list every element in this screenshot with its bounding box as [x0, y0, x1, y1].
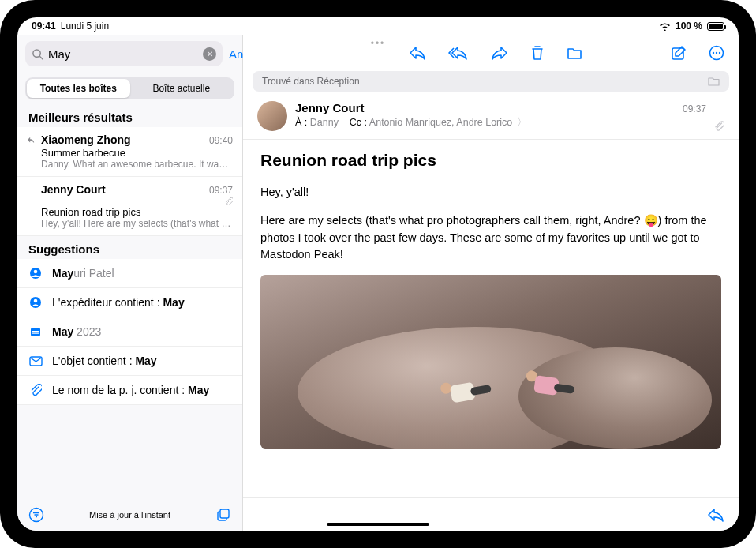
result-item[interactable]: Jenny Court 09:37 Reunion road trip pics… [17, 177, 242, 236]
to-value: Danny [310, 117, 339, 128]
svg-point-21 [719, 52, 720, 54]
message-paragraph: Here are my selects (that's what pro pho… [260, 212, 721, 264]
sugg-bold: May [52, 267, 73, 280]
trash-button[interactable] [530, 45, 545, 61]
message-header: Jenny Court 09:37 À : Danny Cc : Antonio… [243, 92, 739, 140]
segment-current-mailbox[interactable]: Boîte actuelle [130, 79, 234, 98]
sender-name[interactable]: Jenny Court [295, 101, 365, 114]
wifi-icon [659, 22, 671, 31]
message-time: 09:37 [683, 103, 706, 114]
person-icon [28, 296, 43, 309]
cc-value: Antonio Manriquez, Andre Lorico [369, 117, 512, 128]
screen: 09:41 Lundi 5 juin 100 % ••• [17, 17, 739, 531]
mailbox-scope-segment[interactable]: Toutes les boîtes Boîte actuelle [25, 77, 234, 99]
results-list: Xiaomeng Zhong 09:40 Summer barbecue Dan… [17, 127, 242, 236]
reply-button-footer[interactable] [707, 508, 724, 522]
attachment-icon [714, 121, 724, 131]
attachment-icon [225, 197, 233, 205]
cc-label: Cc : [350, 117, 367, 128]
suggestion-item[interactable]: L'objet contient : May [17, 347, 242, 376]
forward-button[interactable] [491, 46, 508, 60]
sidebar: ✕ Annuler Toutes les boîtes Boîte actuel… [17, 35, 243, 531]
sugg-rest: uri Patel [73, 267, 114, 280]
clear-search-button[interactable]: ✕ [203, 47, 216, 61]
paperclip-icon [28, 384, 43, 396]
svg-point-3 [34, 270, 38, 274]
status-bar: 09:41 Lundi 5 juin 100 % [17, 17, 739, 35]
svg-point-20 [716, 52, 717, 54]
mail-icon [28, 356, 43, 366]
status-date: Lundi 5 juin [61, 21, 109, 32]
chevron-right-icon: 〉 [517, 117, 527, 128]
svg-rect-9 [32, 333, 39, 334]
sender-avatar[interactable] [257, 101, 287, 131]
found-in-label: Trouvé dans Réception [262, 76, 360, 87]
svg-line-1 [39, 56, 43, 59]
move-button[interactable] [567, 47, 582, 60]
reply-all-button[interactable] [448, 46, 469, 60]
suggestion-item[interactable]: Mayuri Patel [17, 259, 242, 288]
suggestions-header: Suggestions [17, 236, 242, 259]
search-input[interactable] [48, 47, 198, 61]
calendar-icon [28, 325, 43, 338]
battery-icon [707, 22, 724, 31]
suggestions-list: Mayuri Patel L'expéditeur contient : May… [17, 259, 242, 405]
sugg-bold: May [52, 325, 73, 338]
recipients-row[interactable]: À : Danny Cc : Antonio Manriquez, Andre … [295, 116, 706, 129]
top-hits-header: Meilleurs résultats [17, 104, 242, 127]
suggestion-item[interactable]: May 2023 [17, 317, 242, 347]
sugg-bold: May [163, 296, 184, 309]
result-preview: Hey, y'all! Here are my selects (that's … [41, 218, 233, 229]
svg-rect-8 [32, 331, 39, 332]
suggestion-item[interactable]: Le nom de la p. j. contient : May [17, 376, 242, 405]
compose-button[interactable] [671, 45, 687, 61]
new-window-button[interactable] [215, 507, 231, 523]
svg-point-19 [713, 52, 714, 54]
svg-point-5 [34, 299, 38, 303]
ipad-frame: 09:41 Lundi 5 juin 100 % ••• [0, 0, 756, 548]
result-item[interactable]: Xiaomeng Zhong 09:40 Summer barbecue Dan… [17, 127, 242, 177]
mail-app: ✕ Annuler Toutes les boîtes Boîte actuel… [17, 35, 739, 531]
result-subject: Summer barbecue [41, 147, 233, 159]
sync-status: Mise à jour à l'instant [17, 510, 242, 520]
found-in-bar[interactable]: Trouvé dans Réception [253, 71, 729, 92]
result-sender: Xiaomeng Zhong [41, 133, 131, 146]
result-preview: Danny, What an awesome barbecue. It was … [41, 159, 233, 170]
battery-pct: 100 % [676, 21, 702, 32]
message-greeting: Hey, y'all! [260, 184, 721, 201]
reply-indicator-icon [27, 137, 35, 145]
message-toolbar [243, 35, 739, 71]
filter-button[interactable] [28, 507, 44, 523]
search-box[interactable]: ✕ [25, 41, 223, 66]
to-label: À : [295, 117, 307, 128]
svg-rect-16 [220, 509, 229, 518]
result-subject: Reunion road trip pics [41, 206, 233, 218]
result-time: 09:37 [209, 185, 233, 196]
result-sender: Jenny Court [41, 183, 106, 196]
more-button[interactable] [709, 45, 724, 61]
search-icon [32, 48, 43, 60]
person-icon [28, 267, 43, 280]
segment-all-mailboxes[interactable]: Toutes les boîtes [27, 79, 130, 98]
status-time: 09:41 [32, 21, 56, 32]
result-time: 09:40 [209, 135, 233, 146]
message-body[interactable]: Reunion road trip pics Hey, y'all! Here … [243, 140, 739, 497]
reply-button[interactable] [409, 46, 426, 60]
message-footer-toolbar [243, 497, 739, 531]
sugg-rest: 2023 [73, 325, 101, 338]
sugg-pre: L'objet contient : [52, 355, 135, 367]
message-pane: Trouvé dans Réception Jenny Court 09:37 … [243, 35, 739, 531]
sugg-bold: May [188, 384, 209, 396]
sugg-pre: L'expéditeur contient : [52, 296, 163, 309]
sugg-pre: Le nom de la p. j. contient : [52, 384, 188, 396]
suggestion-item[interactable]: L'expéditeur contient : May [17, 288, 242, 317]
message-subject: Reunion road trip pics [260, 151, 721, 170]
attached-photo[interactable] [260, 275, 721, 449]
sugg-bold: May [135, 355, 156, 367]
multitask-dots-icon[interactable]: ••• [371, 38, 386, 49]
folder-icon [708, 77, 720, 86]
home-indicator[interactable] [327, 523, 429, 526]
